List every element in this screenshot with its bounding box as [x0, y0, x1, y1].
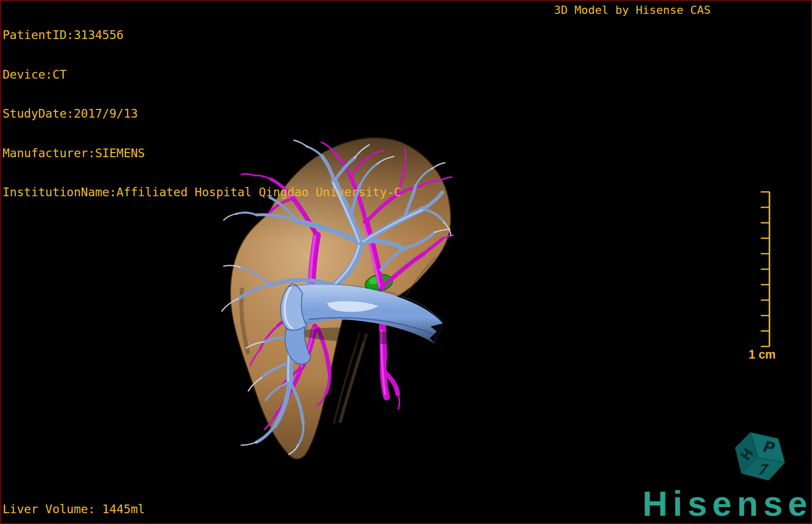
manufacturer-line: Manufacturer:SIEMENS	[3, 147, 401, 160]
hisense-logo: Hisense	[642, 486, 812, 521]
patient-id-line: PatientID:3134556	[3, 29, 401, 42]
patient-info-block: PatientID:3134556 Device:CT StudyDate:20…	[3, 3, 401, 226]
scale-ruler	[761, 192, 769, 347]
watermark-title: 3D Model by Hisense CAS	[554, 4, 711, 16]
institution-line: InstitutionName:Affiliated Hospital Qing…	[3, 186, 401, 199]
ruler-ticks	[761, 192, 769, 347]
study-date-line: StudyDate:2017/9/13	[3, 107, 401, 121]
cas-viewer-window: H P 7 PatientID:3134556 Device:CT StudyD…	[0, 0, 812, 524]
liver-volume-readout: Liver Volume: 1445ml	[3, 502, 145, 516]
device-line: Device:CT	[3, 68, 401, 82]
orientation-cube[interactable]: H P 7	[735, 433, 785, 481]
scale-label: 1 cm	[746, 348, 778, 362]
